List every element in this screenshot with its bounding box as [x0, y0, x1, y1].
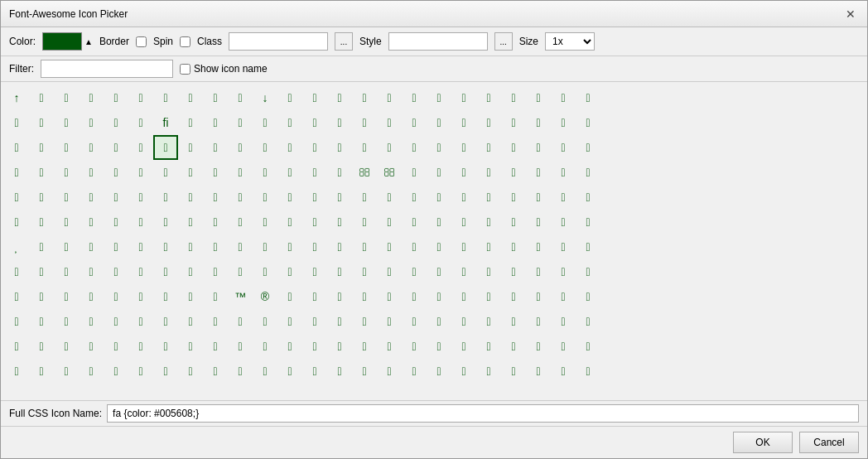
icon-cell[interactable]:  — [128, 160, 153, 185]
icon-cell[interactable]:  — [427, 259, 451, 284]
icon-cell[interactable]:  — [501, 234, 526, 259]
icon-cell[interactable]:  — [551, 234, 576, 259]
icon-cell[interactable]:  — [327, 210, 352, 234]
icon-cell[interactable]:  — [377, 284, 402, 309]
icon-cell[interactable]:  — [128, 259, 153, 284]
icon-cell[interactable]:  — [203, 135, 228, 160]
icon-cell[interactable]:  — [501, 185, 526, 210]
icon-cell[interactable]:  — [104, 309, 128, 334]
icon-cell[interactable]:  — [228, 259, 253, 284]
icon-cell[interactable]: ™ — [228, 284, 253, 309]
icon-cell[interactable]:  — [79, 334, 104, 359]
icon-cell[interactable]:  — [302, 110, 327, 135]
icon-cell[interactable]:  — [277, 210, 302, 234]
icon-cell[interactable]:  — [104, 160, 128, 185]
icon-cell[interactable]:  — [277, 160, 302, 185]
icon-cell[interactable]:  — [576, 110, 600, 135]
icon-cell[interactable]:  — [377, 334, 402, 359]
icon-cell[interactable]:  — [402, 334, 427, 359]
icon-cell[interactable]:  — [352, 185, 377, 210]
icon-cell[interactable]:  — [79, 160, 104, 185]
icon-cell[interactable]:  — [451, 334, 476, 359]
icon-cell[interactable]:  — [228, 210, 253, 234]
icon-cell[interactable]:  — [526, 234, 551, 259]
icon-cell[interactable]:  — [29, 334, 54, 359]
icon-cell[interactable]:  — [128, 234, 153, 259]
icon-cell[interactable]:  — [526, 110, 551, 135]
icon-cell[interactable]:  — [526, 334, 551, 359]
icon-cell[interactable]:  — [4, 309, 29, 334]
icon-cell[interactable]:  — [54, 309, 79, 334]
icon-cell[interactable]:  — [104, 185, 128, 210]
icon-cell[interactable]:  — [128, 185, 153, 210]
icon-cell[interactable]:  — [302, 210, 327, 234]
icon-cell[interactable]:  — [203, 309, 228, 334]
icon-cell[interactable]:  — [104, 234, 128, 259]
icon-cell[interactable]:  — [352, 135, 377, 160]
icon-cell[interactable]:  — [277, 309, 302, 334]
icon-cell[interactable]:  — [501, 210, 526, 234]
icon-cell[interactable]:  — [526, 135, 551, 160]
icon-cell[interactable]:  — [253, 359, 277, 384]
icon-cell[interactable]:  — [228, 234, 253, 259]
icon-cell[interactable]:  — [128, 210, 153, 234]
icon-cell[interactable]:  — [476, 110, 501, 135]
show-icon-name-label[interactable]: Show icon name — [180, 63, 268, 75]
icon-cell[interactable]:  — [277, 334, 302, 359]
icon-cell[interactable]:  — [153, 185, 178, 210]
icon-cell[interactable]:  — [302, 309, 327, 334]
icon-cell[interactable]:  — [352, 85, 377, 110]
size-select[interactable]: 1x 2x 3x 4x 5x lg sm xs — [545, 32, 595, 51]
icon-cell[interactable]:  — [427, 110, 451, 135]
icon-cell[interactable]:  — [377, 234, 402, 259]
icon-cell[interactable]:  — [228, 185, 253, 210]
icon-cell[interactable]:  — [29, 284, 54, 309]
icon-cell[interactable]:  — [277, 110, 302, 135]
icon-cell[interactable]:  — [178, 185, 203, 210]
icon-cell[interactable]:  — [4, 284, 29, 309]
icon-cell[interactable]:  — [427, 334, 451, 359]
icon-cell[interactable]:  — [427, 185, 451, 210]
icon-cell[interactable]:  — [352, 334, 377, 359]
icon-cell[interactable]:  — [352, 309, 377, 334]
icon-cell[interactable]:  — [4, 110, 29, 135]
icon-cell[interactable]:  — [551, 210, 576, 234]
icon-cell[interactable]:  — [526, 284, 551, 309]
icon-cell[interactable]:  — [153, 309, 178, 334]
icon-cell[interactable]:  — [402, 234, 427, 259]
border-checkbox[interactable] — [136, 36, 147, 47]
icon-cell[interactable]:  — [277, 185, 302, 210]
icon-cell[interactable]:  — [4, 259, 29, 284]
icon-cell[interactable]:  — [402, 359, 427, 384]
style-input[interactable] — [388, 32, 488, 51]
icon-cell[interactable]:  — [451, 110, 476, 135]
icon-cell[interactable]:  — [451, 160, 476, 185]
icon-cell[interactable]:  — [54, 234, 79, 259]
icons-grid[interactable]: ↑↓… — [1, 82, 867, 400]
icon-cell[interactable]:  — [153, 359, 178, 384]
icon-cell[interactable]:  — [551, 160, 576, 185]
icon-cell[interactable]:  — [526, 85, 551, 110]
icon-cell[interactable]: ® — [253, 284, 277, 309]
icon-cell[interactable]:  — [277, 284, 302, 309]
icon-cell[interactable]:  — [104, 135, 128, 160]
icon-cell[interactable]:  — [203, 259, 228, 284]
icon-cell[interactable]:  — [178, 259, 203, 284]
icon-cell[interactable]:  — [302, 85, 327, 110]
icon-cell[interactable]:  — [203, 234, 228, 259]
icon-cell[interactable]:  — [526, 160, 551, 185]
icon-cell[interactable]:  — [277, 85, 302, 110]
icon-cell[interactable]:  — [526, 259, 551, 284]
icon-cell[interactable]:  — [476, 160, 501, 185]
icon-cell[interactable]:  — [178, 85, 203, 110]
show-icon-name-checkbox[interactable] — [180, 64, 190, 75]
icon-cell[interactable]:  — [526, 210, 551, 234]
icon-cell[interactable]:  — [104, 259, 128, 284]
icon-cell[interactable]:  — [402, 135, 427, 160]
icon-cell[interactable]:  — [402, 259, 427, 284]
icon-cell[interactable]:  — [29, 160, 54, 185]
icon-cell[interactable]:  — [451, 185, 476, 210]
icon-cell[interactable]:  — [501, 135, 526, 160]
icon-cell[interactable]:  — [576, 210, 600, 234]
icon-cell[interactable]:  — [4, 135, 29, 160]
